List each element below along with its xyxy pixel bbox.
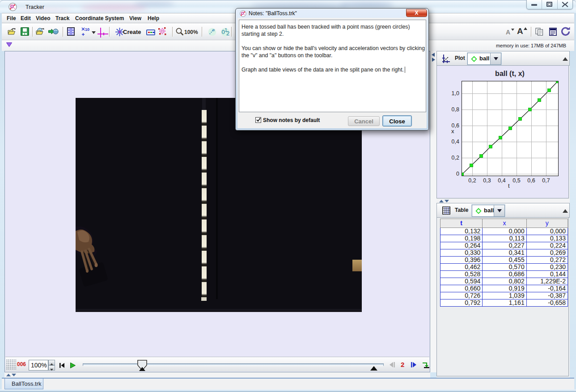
svg-text:2: 2 [226,30,229,37]
svg-text:10: 10 [85,27,89,32]
